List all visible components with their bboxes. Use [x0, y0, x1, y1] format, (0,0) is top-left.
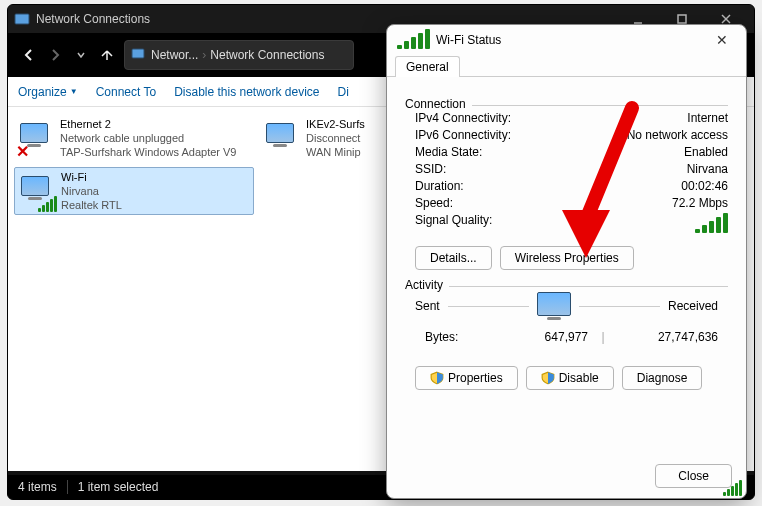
adapter-name: Ethernet 2: [60, 117, 252, 131]
disable-device-button[interactable]: Disable this network device: [174, 85, 319, 99]
adapter-item[interactable]: ✕Ethernet 2Network cable unpluggedTAP-Su…: [14, 115, 254, 163]
history-chevron-icon[interactable]: [72, 46, 90, 64]
adapter-device: TAP-Surfshark Windows Adapter V9: [60, 145, 252, 159]
dialog-body: Connection IPv4 Connectivity:Internet IP…: [387, 77, 746, 404]
adapter-icon: ✕: [16, 117, 60, 161]
media-key: Media State:: [415, 145, 684, 159]
adapter-status: Nirvana: [61, 184, 251, 198]
adapter-name: Wi-Fi: [61, 170, 251, 184]
svg-rect-2: [678, 15, 686, 23]
shield-icon: [430, 371, 444, 385]
group-connection: Connection: [405, 97, 728, 105]
received-label: Received: [668, 299, 718, 313]
speed-key: Speed:: [415, 196, 672, 210]
breadcrumb-a[interactable]: Networ...: [151, 48, 198, 62]
speed-value: 72.2 Mbps: [672, 196, 728, 210]
shield-icon: [541, 371, 555, 385]
ipv4-key: IPv4 Connectivity:: [415, 111, 687, 125]
diagnose-button[interactable]: Diagnose: [622, 366, 703, 390]
group-activity-label: Activity: [405, 278, 449, 292]
bytes-divider: |: [588, 330, 618, 344]
sigq-key: Signal Quality:: [415, 213, 695, 236]
wireless-properties-button[interactable]: Wireless Properties: [500, 246, 634, 270]
media-value: Enabled: [684, 145, 728, 159]
disable-button[interactable]: Disable: [526, 366, 614, 390]
signal-icon: [397, 29, 430, 52]
signal-bars-icon: [695, 213, 728, 233]
duration-value: 00:02:46: [681, 179, 728, 193]
addressbar-icon: [131, 46, 147, 65]
close-button-dialog[interactable]: Close: [655, 464, 732, 488]
group-connection-label: Connection: [405, 97, 472, 111]
breadcrumb-b[interactable]: Network Connections: [210, 48, 324, 62]
sent-label: Sent: [415, 299, 440, 313]
adapter-item[interactable]: Wi-FiNirvanaRealtek RTL: [14, 167, 254, 215]
disable-label: Disable: [559, 371, 599, 385]
connect-to-button[interactable]: Connect To: [96, 85, 157, 99]
ssid-key: SSID:: [415, 162, 687, 176]
disconnected-icon: ✕: [16, 142, 29, 161]
more-commands[interactable]: Di: [338, 85, 349, 99]
ipv6-value: No network access: [627, 128, 728, 142]
up-button[interactable]: [98, 46, 116, 64]
dialog-titlebar: Wi-Fi Status ✕: [387, 25, 746, 55]
address-bar[interactable]: Networ... › Network Connections: [124, 40, 354, 70]
organize-menu[interactable]: Organize ▼: [18, 85, 78, 99]
bytes-received: 27,747,636: [618, 330, 718, 344]
signal-icon: [38, 196, 57, 212]
adapter-status: Network cable unplugged: [60, 131, 252, 145]
ipv6-key: IPv6 Connectivity:: [415, 128, 627, 142]
details-button[interactable]: Details...: [415, 246, 492, 270]
svg-rect-5: [132, 49, 144, 58]
chevron-down-icon: ▼: [70, 87, 78, 96]
status-divider: [67, 480, 68, 494]
dialog-title: Wi-Fi Status: [436, 33, 501, 47]
bytes-sent: 647,977: [508, 330, 588, 344]
chevron-right-icon: ›: [202, 48, 206, 62]
ipv4-value: Internet: [687, 111, 728, 125]
duration-key: Duration:: [415, 179, 681, 193]
sigq-value: [695, 213, 728, 236]
wifi-status-dialog: Wi-Fi Status ✕ General Connection IPv4 C…: [386, 24, 747, 499]
status-items: 4 items: [18, 480, 57, 494]
organize-label: Organize: [18, 85, 67, 99]
status-selected: 1 item selected: [78, 480, 159, 494]
tab-general[interactable]: General: [395, 56, 460, 77]
ssid-value: Nirvana: [687, 162, 728, 176]
bytes-label: Bytes:: [425, 330, 508, 344]
adapter-icon: [262, 117, 306, 161]
tab-strip: General: [387, 55, 746, 77]
properties-label: Properties: [448, 371, 503, 385]
titlebar-icon: [14, 11, 30, 27]
activity-monitor-icon: [537, 292, 571, 320]
adapter-device: Realtek RTL: [61, 198, 251, 212]
dialog-close-button[interactable]: ✕: [708, 32, 736, 48]
group-activity: Activity: [405, 278, 728, 286]
back-button[interactable]: [20, 46, 38, 64]
properties-button[interactable]: Properties: [415, 366, 518, 390]
adapter-icon: [17, 170, 61, 214]
svg-rect-0: [15, 14, 29, 24]
forward-button[interactable]: [46, 46, 64, 64]
